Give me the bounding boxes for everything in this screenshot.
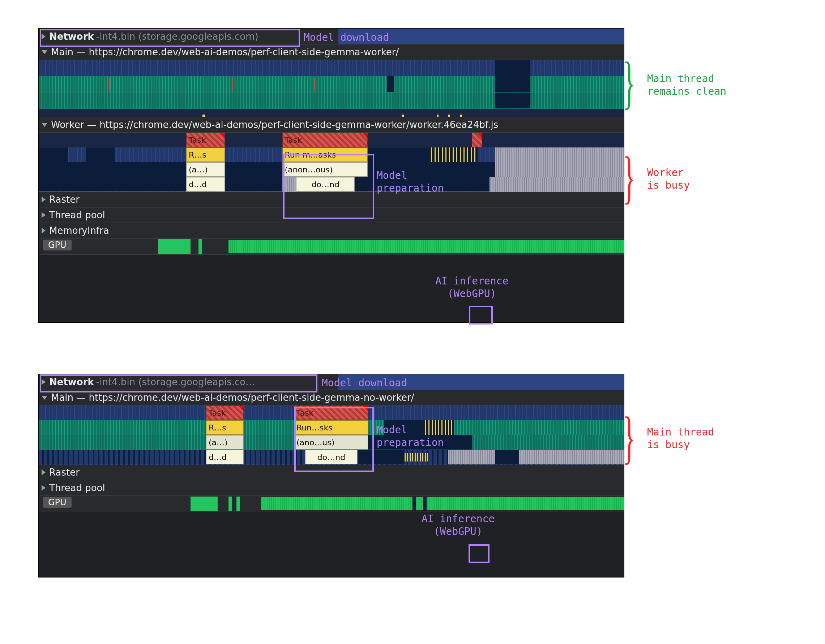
raster-label: Raster [49, 467, 80, 478]
flame-entry[interactable]: R…s [186, 147, 225, 162]
threadpool-label: Thread pool [49, 210, 105, 221]
devtools-panel-noworker: Network -int4.bin (storage.googleapis.co… [38, 374, 624, 578]
track-header-network[interactable]: Network -int4.bin (storage.googleapis.co… [39, 374, 624, 390]
flame-task[interactable]: Task [206, 406, 244, 420]
main-thread-flame[interactable] [39, 60, 624, 117]
flame-entry[interactable]: d…d [186, 177, 225, 192]
track-gpu[interactable]: GPU [39, 496, 624, 512]
track-header-threadpool[interactable]: Thread pool [39, 207, 624, 223]
flame-task[interactable]: Task [282, 133, 368, 147]
disclosure-collapsed-icon [42, 485, 46, 491]
disclosure-collapsed-icon [42, 379, 46, 385]
devtools-panel-worker: Network -int4.bin (storage.googleapis.co… [38, 28, 624, 323]
gpu-label: GPU [43, 497, 71, 508]
flame-entry[interactable]: (a…) [206, 435, 244, 449]
disclosure-collapsed-icon [42, 469, 46, 475]
brace-icon: } [623, 148, 636, 206]
memoryinfra-label: MemoryInfra [49, 225, 109, 236]
disclosure-collapsed-icon [42, 34, 46, 39]
flame-entry[interactable]: Run m…asks [282, 147, 368, 162]
flame-task[interactable] [472, 133, 482, 147]
flame-entry[interactable]: do…nd [305, 450, 358, 464]
track-header-memoryinfra[interactable]: MemoryInfra [39, 223, 624, 238]
annotation-worker-busy: Workeris busy [647, 166, 690, 192]
disclosure-collapsed-icon [42, 212, 46, 218]
track-header-raster[interactable]: Raster [39, 192, 624, 207]
gpu-label: GPU [43, 239, 71, 250]
main-label: Main — https://chrome.dev/web-ai-demos/p… [51, 392, 414, 403]
disclosure-expanded-icon [42, 50, 47, 54]
track-header-main[interactable]: Main — https://chrome.dev/web-ai-demos/p… [39, 45, 624, 60]
network-label: Network [49, 31, 94, 42]
annotation-main-busy: Main threadis busy [647, 426, 714, 451]
brace-icon: } [623, 408, 636, 466]
annotation-main-clean: Main threadremains clean [647, 72, 726, 97]
raster-label: Raster [49, 194, 80, 205]
disclosure-collapsed-icon [42, 228, 46, 233]
main-thread-flame[interactable]: Task Task R…s Run…sks (a…) (ano…us) d…d … [39, 406, 624, 465]
network-file: -int4.bin (storage.googleapis.com) [96, 31, 338, 42]
flame-entry[interactable]: (ano…us) [294, 435, 368, 449]
track-header-raster[interactable]: Raster [39, 465, 624, 480]
disclosure-expanded-icon [42, 123, 47, 127]
track-header-worker[interactable]: Worker — https://chrome.dev/web-ai-demos… [39, 117, 624, 133]
disclosure-collapsed-icon [42, 196, 46, 202]
disclosure-expanded-icon [42, 396, 47, 400]
flame-entry[interactable]: Run…sks [294, 420, 368, 435]
track-gpu[interactable]: GPU [39, 238, 624, 255]
worker-thread-flame[interactable]: Task Task R…s Run m…asks (a…) (anon…ous) [39, 133, 624, 192]
threadpool-label: Thread pool [49, 482, 105, 493]
flame-task[interactable]: Task [186, 133, 225, 147]
flame-entry[interactable]: (a…) [186, 162, 225, 177]
main-label: Main — https://chrome.dev/web-ai-demos/p… [51, 46, 399, 57]
brace-icon: } [623, 54, 636, 111]
network-label: Network [49, 377, 94, 388]
track-header-main[interactable]: Main — https://chrome.dev/web-ai-demos/p… [39, 390, 624, 406]
flame-entry[interactable]: d…d [206, 450, 244, 464]
flame-entry[interactable]: R…s [206, 420, 244, 435]
flame-task[interactable]: Task [294, 406, 368, 420]
track-header-threadpool[interactable]: Thread pool [39, 480, 624, 496]
track-header-network[interactable]: Network -int4.bin (storage.googleapis.co… [39, 29, 624, 45]
flame-entry[interactable]: do…nd [296, 177, 355, 192]
flame-entry[interactable]: (anon…ous) [282, 162, 368, 177]
network-file: -int4.bin (storage.googleapis.co… [96, 377, 338, 388]
worker-label: Worker — https://chrome.dev/web-ai-demos… [51, 119, 498, 130]
